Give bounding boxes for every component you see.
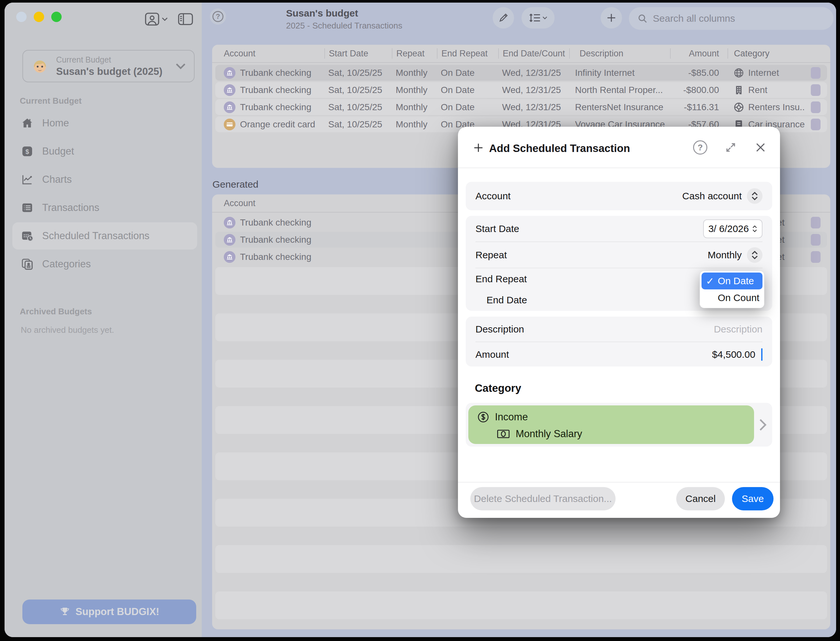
current-budget-section-label: Current Budget [20,96,82,106]
dropdown-item[interactable]: ✓ On Count [701,289,762,306]
stepper-icon[interactable] [747,188,762,204]
column-header-category[interactable]: Category [727,48,805,59]
row-checkbox[interactable] [811,251,821,263]
repeat-select[interactable]: Monthly [708,247,762,263]
cancel-button[interactable]: Cancel [676,487,725,511]
account-menu-button[interactable] [145,12,168,26]
stepper-icon[interactable] [747,247,762,263]
checkmark-icon: ✓ [705,275,714,287]
category-picker: Income Monthly Salary [466,403,772,446]
cards-icon [21,258,34,271]
add-scheduled-transaction-button[interactable] [601,7,622,29]
sidebar-item-home[interactable]: Home [12,110,197,137]
save-button[interactable]: Save [732,487,774,511]
selected-category[interactable]: Income Monthly Salary [468,406,754,444]
sidebar-toggle-icon [178,13,193,26]
minimize-window-button[interactable] [34,12,44,22]
banknote-icon [497,429,510,439]
modal-help-button[interactable]: ? [693,140,708,155]
description-field-label: Description [475,324,524,335]
delete-scheduled-transaction-button[interactable]: Delete Scheduled Transaction... [470,487,615,511]
budget-selector[interactable]: Current Budget Susan's budget (2025) [23,50,195,82]
modal-title: Add Scheduled Transaction [489,142,630,155]
sidebar-item-categories[interactable]: Categories [12,251,197,278]
row-checkbox[interactable] [811,67,821,79]
search-icon [637,13,648,24]
column-header-repeat[interactable]: Repeat [392,48,437,59]
column-header-amount[interactable]: Amount [670,48,727,59]
sort-options-button[interactable] [522,7,555,29]
dollar-circle-icon [477,411,489,423]
toggle-sidebar-button[interactable] [178,13,193,26]
row-checkbox[interactable] [811,217,821,229]
dropdown-item[interactable]: ✓ On Date [701,272,762,289]
sidebar-item-charts[interactable]: Charts [12,166,197,193]
account-select[interactable]: Cash account [682,188,762,204]
column-header-description[interactable]: Description [569,48,670,59]
close-icon[interactable] [754,141,767,154]
svg-text:$: $ [25,148,29,155]
category-section-heading: Category [475,382,521,395]
column-header-account[interactable]: Account [224,48,324,59]
dollar-square-icon: $ [21,145,34,158]
home-icon [21,117,34,130]
main-content: ? Susan's budget 2025 - Scheduled Transa… [202,3,836,637]
start-date-stepper[interactable]: 3/ 6/2026 [703,219,762,238]
chevron-right-icon [758,419,768,431]
sidebar-nav: Home $ Budget Charts Transactions [12,110,197,279]
sidebar-item-transactions[interactable]: Transactions [12,194,197,221]
search-input[interactable] [652,13,825,24]
expand-icon[interactable] [724,141,737,154]
empty-row [215,545,827,573]
sidebar-item-scheduled-transactions[interactable]: Scheduled Transactions [12,222,197,250]
search-field[interactable] [629,7,834,30]
chevron-down-icon [175,63,186,70]
close-window-button[interactable] [16,12,27,22]
category-child-label: Monthly Salary [516,428,582,440]
end-repeat-dropdown: ✓ On Date ✓ On Count [699,271,764,308]
row-checkbox[interactable] [811,101,821,113]
column-header-end-date-count[interactable]: End Date/Count [498,48,569,59]
building-icon [733,85,744,96]
table-row[interactable]: Trubank checking Sat, 10/25/25 Monthly O… [215,82,827,98]
account-icon [224,234,236,246]
chart-line-icon [21,173,34,186]
end-date-field-label: End Date [475,295,527,306]
sidebar-item-budget[interactable]: $ Budget [12,138,197,165]
row-checkbox[interactable] [811,234,821,246]
row-checkbox[interactable] [811,84,821,96]
edit-button[interactable] [493,7,514,29]
description-input[interactable]: Description [714,324,762,335]
row-checkbox[interactable] [811,119,821,130]
screen: Current Budget Susan's budget (2025) Cur… [0,0,840,641]
column-header-start-date[interactable]: Start Date [324,48,392,59]
column-header-account[interactable]: Account [224,198,324,208]
repeat-field-label: Repeat [475,250,507,261]
archived-empty-text: No archived budgets yet. [21,325,114,335]
support-budgix-button[interactable]: Support BUDGIX! [23,599,196,624]
account-icon [224,217,236,229]
trophy-icon [59,606,70,617]
stepper-arrows-icon[interactable] [752,225,757,232]
modal-header: Add Scheduled Transaction ? [458,127,780,168]
amount-field-label: Amount [475,349,509,360]
plus-icon [606,12,617,24]
chevron-down-icon [542,16,548,20]
budget-selector-name: Susan's budget (2025) [56,66,175,77]
table-row[interactable]: Trubank checking Sat, 10/25/25 Monthly O… [215,65,827,81]
account-icon [224,84,236,96]
amount-input[interactable]: $4,500.00 [712,348,762,361]
column-header-end-repeat[interactable]: End Repeat [437,48,498,59]
plus-icon [472,142,485,154]
account-icon [224,101,236,113]
table-header: Account Start Date Repeat End Repeat End… [212,45,830,63]
zoom-window-button[interactable] [51,12,61,22]
budget-avatar [31,57,49,75]
page-subtitle: 2025 - Scheduled Transactions [286,21,402,31]
pencil-icon [498,12,509,23]
table-row[interactable]: Trubank checking Sat, 10/25/25 Monthly O… [215,99,827,115]
end-repeat-field-label: End Repeat [475,274,527,285]
empty-row [215,591,827,619]
support-budgix-label: Support BUDGIX! [76,606,159,618]
help-button[interactable]: ? [210,8,226,25]
